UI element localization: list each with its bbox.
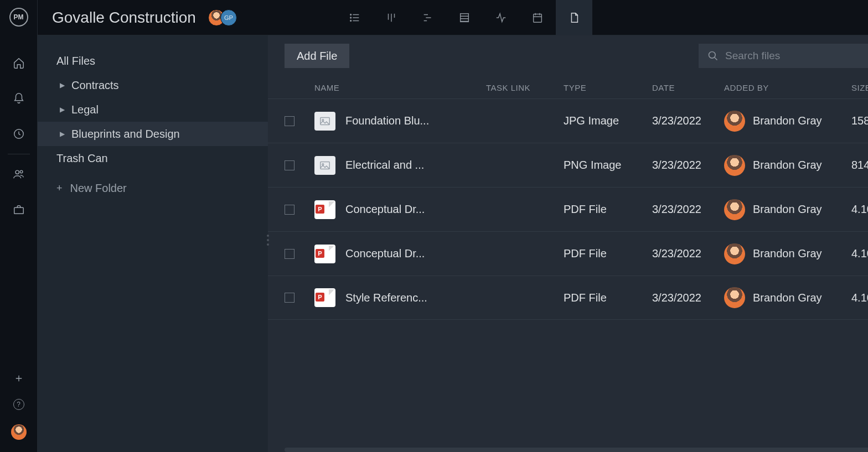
search-input[interactable] [725,50,868,62]
svg-point-1 [16,170,19,174]
search-box[interactable] [699,44,868,68]
member-avatars[interactable]: GP [208,9,237,26]
row-checkbox[interactable] [285,293,294,303]
tab-sheet[interactable] [446,0,483,35]
chevron-right-icon: ▶ [60,130,65,138]
avatar-initials: GP [220,9,237,26]
file-date: 3/23/2022 [652,159,724,172]
file-type: PNG Image [564,159,652,172]
file-name: Electrical and ... [345,159,424,172]
file-size: 158.98 [851,115,868,127]
tab-list[interactable] [337,0,373,35]
files-main: Add File NAME TASK LINK TYPE DATE ADDED … [268,35,868,452]
file-type: PDF File [564,247,652,260]
nav-rail: PM ? [0,0,38,452]
user-avatar[interactable] [11,424,27,440]
col-date[interactable]: DATE [652,83,724,92]
add-icon[interactable] [13,372,25,385]
briefcase-icon[interactable] [0,192,38,227]
added-by-name: Brandon Gray [753,115,822,127]
people-icon[interactable] [0,157,38,192]
file-size: 814.59 [851,159,868,172]
tab-files[interactable] [556,0,592,35]
divider [8,154,30,154]
topbar: Govalle Construction GP [38,0,868,35]
file-type: PDF File [564,292,652,304]
avatar [724,243,745,264]
search-icon [707,50,719,61]
col-type[interactable]: TYPE [564,83,652,92]
chevron-right-icon: ▶ [60,81,65,89]
svg-point-9 [709,52,716,59]
svg-point-6 [350,20,352,21]
col-added[interactable]: ADDED BY [724,83,851,92]
avatar [724,199,745,220]
files-toolbar: Add File [268,35,868,76]
horizontal-scrollbar[interactable] [285,448,868,452]
home-icon[interactable] [0,45,38,81]
pdf-thumb-icon: P [314,245,335,263]
image-thumb-icon [314,156,335,175]
added-by-name: Brandon Gray [753,247,822,260]
clock-icon[interactable] [0,116,38,152]
file-name: Conceptual Dr... [345,203,425,216]
added-by-name: Brandon Gray [753,159,822,172]
tree-folder[interactable]: ▶Contracts [38,73,268,97]
tab-calendar[interactable] [519,0,556,35]
pdf-thumb-icon: P [314,200,335,219]
new-folder-button[interactable]: +New Folder [38,176,268,200]
chevron-right-icon: ▶ [60,106,65,113]
file-size: 4.10 M [851,292,868,304]
image-thumb-icon [314,112,335,131]
table-header: NAME TASK LINK TYPE DATE ADDED BY SIZE [268,76,868,98]
file-size: 4.10 M [851,203,868,216]
add-file-button[interactable]: Add File [285,44,349,68]
col-name[interactable]: NAME [314,83,486,92]
file-rows: Foundation Blu... JPG Image 3/23/2022 Br… [268,98,868,320]
resize-handle[interactable] [267,235,269,246]
new-folder-label: New Folder [70,182,127,195]
folder-label: Contracts [71,79,119,92]
col-task[interactable]: TASK LINK [486,83,564,92]
col-size[interactable]: SIZE [851,83,868,92]
svg-rect-8 [534,14,542,22]
plus-icon: + [56,183,63,194]
tab-gantt[interactable] [410,0,446,35]
app-logo[interactable]: PM [9,8,28,27]
help-icon[interactable]: ? [13,399,24,410]
file-date: 3/23/2022 [652,203,724,216]
tab-activity[interactable] [483,0,519,35]
file-type: PDF File [564,203,652,216]
file-name: Conceptual Dr... [345,247,425,260]
bell-icon[interactable] [0,81,38,116]
added-by-name: Brandon Gray [753,292,822,304]
project-title: Govalle Construction [52,9,196,27]
table-row[interactable]: PConceptual Dr... PDF File 3/23/2022 Bra… [268,231,868,276]
folder-label: Legal [71,103,99,116]
tab-board[interactable] [373,0,410,35]
tree-trash[interactable]: Trash Can [38,146,268,170]
avatar [724,111,745,132]
folder-label: Blueprints and Design [71,128,180,141]
table-row[interactable]: PStyle Referenc... PDF File 3/23/2022 Br… [268,276,868,320]
avatar [724,287,745,308]
svg-point-5 [350,17,352,18]
file-size: 4.10 M [851,247,868,260]
table-row[interactable]: Foundation Blu... JPG Image 3/23/2022 Br… [268,98,868,143]
file-date: 3/23/2022 [652,247,724,260]
row-checkbox[interactable] [285,116,294,126]
svg-rect-3 [14,207,23,214]
file-name: Foundation Blu... [345,115,429,127]
added-by-name: Brandon Gray [753,203,822,216]
file-date: 3/23/2022 [652,115,724,127]
tree-folder[interactable]: ▶Legal [38,97,268,122]
row-checkbox[interactable] [285,205,294,215]
tree-folder-active[interactable]: ▶Blueprints and Design [38,122,268,146]
svg-rect-7 [461,13,469,22]
row-checkbox[interactable] [285,249,294,259]
table-row[interactable]: PConceptual Dr... PDF File 3/23/2022 Bra… [268,187,868,231]
file-name: Style Referenc... [345,292,427,304]
tree-all-files[interactable]: All Files [38,49,268,73]
table-row[interactable]: Electrical and ... PNG Image 3/23/2022 B… [268,143,868,187]
row-checkbox[interactable] [285,160,294,170]
